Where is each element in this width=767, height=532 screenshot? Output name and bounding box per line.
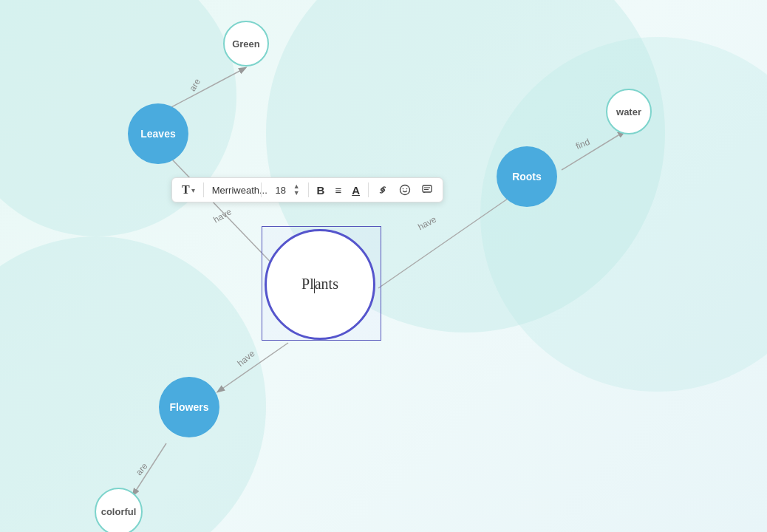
bold-button[interactable]: B (313, 182, 329, 199)
bg-circle-4 (0, 236, 266, 532)
underline-icon: A (352, 184, 360, 197)
svg-point-8 (406, 188, 408, 190)
comment-button[interactable] (417, 182, 437, 198)
text-type-icon: T (182, 183, 190, 197)
mind-map-canvas: have are have find have are Leaves Green… (0, 0, 767, 532)
link-icon (377, 184, 389, 196)
font-size-selector[interactable]: 18 ▲ ▼ (266, 181, 304, 199)
node-green[interactable]: Green (223, 21, 269, 66)
node-flowers[interactable]: Flowers (159, 377, 219, 437)
node-leaves[interactable]: Leaves (128, 103, 188, 164)
text-type-button[interactable]: T ▾ (178, 181, 199, 199)
separator-1 (203, 183, 204, 197)
underline-button[interactable]: A (348, 182, 364, 199)
font-size-value: 18 (270, 185, 292, 196)
text-type-chevron: ▾ (191, 186, 195, 194)
link-button[interactable] (373, 182, 392, 198)
node-roots[interactable]: Roots (497, 146, 557, 207)
align-icon: ≡ (335, 184, 341, 197)
text-formatting-toolbar: T ▾ Merriweath... 18 ▲ ▼ B ≡ A (171, 177, 443, 202)
font-family-selector[interactable]: Merriweath... (208, 183, 256, 198)
node-plants-label: Plants (301, 276, 338, 293)
node-plants[interactable]: Plants (265, 229, 375, 340)
conn-label-plants-leaves: have (211, 206, 233, 225)
node-water[interactable]: water (606, 89, 652, 134)
svg-point-6 (400, 185, 410, 195)
align-button[interactable]: ≡ (331, 182, 345, 199)
svg-rect-9 (423, 185, 432, 192)
font-name-label: Merriweath... (212, 185, 267, 196)
text-cursor (314, 279, 315, 293)
font-size-down-icon[interactable]: ▼ (293, 190, 300, 197)
separator-3 (308, 183, 309, 197)
bold-icon: B (317, 184, 325, 197)
font-size-stepper[interactable]: ▲ ▼ (293, 183, 300, 197)
svg-point-7 (403, 188, 404, 190)
separator-2 (261, 183, 262, 197)
node-colorful[interactable]: colorful (95, 488, 143, 532)
emoji-button[interactable] (395, 182, 415, 198)
emoji-icon (399, 184, 411, 196)
comment-icon (421, 184, 433, 196)
separator-4 (368, 183, 369, 197)
